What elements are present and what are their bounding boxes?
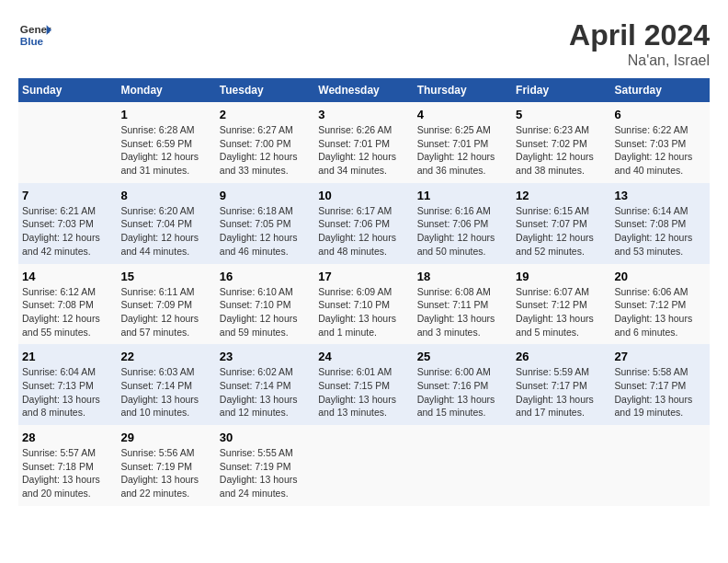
cell-details: Sunrise: 6:21 AM Sunset: 7:03 PM Dayligh… xyxy=(22,204,113,259)
page-title: April 2024 xyxy=(569,18,710,52)
day-number: 15 xyxy=(120,270,211,283)
day-number: 20 xyxy=(615,270,706,283)
calendar-cell: 15Sunrise: 6:11 AM Sunset: 7:09 PM Dayli… xyxy=(117,264,215,345)
day-number: 21 xyxy=(22,350,113,363)
day-number: 24 xyxy=(318,350,409,363)
calendar-cell xyxy=(512,425,610,506)
column-header-wednesday: Wednesday xyxy=(314,78,413,102)
day-number: 26 xyxy=(516,350,607,363)
day-number: 17 xyxy=(318,270,409,283)
calendar-cell: 28Sunrise: 5:57 AM Sunset: 7:18 PM Dayli… xyxy=(18,425,117,506)
column-header-friday: Friday xyxy=(512,78,610,102)
day-number: 10 xyxy=(318,189,409,202)
day-number: 12 xyxy=(516,189,607,202)
calendar-cell: 7Sunrise: 6:21 AM Sunset: 7:03 PM Daylig… xyxy=(18,183,117,264)
cell-details: Sunrise: 6:04 AM Sunset: 7:13 PM Dayligh… xyxy=(22,365,113,419)
cell-details: Sunrise: 5:55 AM Sunset: 7:19 PM Dayligh… xyxy=(220,446,311,500)
day-number: 13 xyxy=(615,189,706,202)
cell-details: Sunrise: 6:26 AM Sunset: 7:01 PM Dayligh… xyxy=(318,123,409,178)
day-number: 14 xyxy=(22,270,113,283)
cell-details: Sunrise: 5:58 AM Sunset: 7:17 PM Dayligh… xyxy=(615,365,706,419)
cell-details: Sunrise: 5:57 AM Sunset: 7:18 PM Dayligh… xyxy=(22,446,113,500)
cell-details: Sunrise: 6:15 AM Sunset: 7:07 PM Dayligh… xyxy=(516,204,607,259)
svg-text:Blue: Blue xyxy=(20,35,44,47)
calendar-cell: 4Sunrise: 6:25 AM Sunset: 7:01 PM Daylig… xyxy=(414,102,512,183)
cell-details: Sunrise: 6:22 AM Sunset: 7:03 PM Dayligh… xyxy=(615,123,706,178)
day-number: 16 xyxy=(220,270,311,283)
calendar-cell xyxy=(18,102,117,183)
calendar-cell xyxy=(414,425,512,506)
cell-details: Sunrise: 6:06 AM Sunset: 7:12 PM Dayligh… xyxy=(615,285,706,339)
calendar-week-row: 14Sunrise: 6:12 AM Sunset: 7:08 PM Dayli… xyxy=(18,264,710,345)
day-number: 8 xyxy=(120,189,211,202)
calendar-cell: 5Sunrise: 6:23 AM Sunset: 7:02 PM Daylig… xyxy=(512,102,610,183)
cell-details: Sunrise: 6:07 AM Sunset: 7:12 PM Dayligh… xyxy=(516,285,607,339)
cell-details: Sunrise: 6:02 AM Sunset: 7:14 PM Dayligh… xyxy=(220,365,311,419)
calendar-cell: 2Sunrise: 6:27 AM Sunset: 7:00 PM Daylig… xyxy=(216,102,314,183)
cell-details: Sunrise: 6:18 AM Sunset: 7:05 PM Dayligh… xyxy=(220,204,311,259)
calendar-header-row: SundayMondayTuesdayWednesdayThursdayFrid… xyxy=(18,78,710,102)
cell-details: Sunrise: 6:03 AM Sunset: 7:14 PM Dayligh… xyxy=(120,365,211,419)
day-number: 29 xyxy=(120,431,211,444)
page-header: General Blue April 2024 Na'an, Israel xyxy=(18,18,710,69)
cell-details: Sunrise: 5:56 AM Sunset: 7:19 PM Dayligh… xyxy=(120,446,211,500)
calendar-cell: 10Sunrise: 6:17 AM Sunset: 7:06 PM Dayli… xyxy=(314,183,413,264)
day-number: 9 xyxy=(220,189,311,202)
cell-details: Sunrise: 6:28 AM Sunset: 6:59 PM Dayligh… xyxy=(120,123,211,178)
calendar-cell: 13Sunrise: 6:14 AM Sunset: 7:08 PM Dayli… xyxy=(611,183,710,264)
day-number: 11 xyxy=(417,189,508,202)
calendar-cell: 25Sunrise: 6:00 AM Sunset: 7:16 PM Dayli… xyxy=(414,344,512,425)
calendar-cell: 30Sunrise: 5:55 AM Sunset: 7:19 PM Dayli… xyxy=(216,425,314,506)
calendar-cell: 18Sunrise: 6:08 AM Sunset: 7:11 PM Dayli… xyxy=(414,264,512,345)
calendar-cell: 27Sunrise: 5:58 AM Sunset: 7:17 PM Dayli… xyxy=(611,344,710,425)
cell-details: Sunrise: 6:10 AM Sunset: 7:10 PM Dayligh… xyxy=(220,285,311,339)
cell-details: Sunrise: 6:17 AM Sunset: 7:06 PM Dayligh… xyxy=(318,204,409,259)
calendar-cell: 1Sunrise: 6:28 AM Sunset: 6:59 PM Daylig… xyxy=(117,102,215,183)
day-number: 4 xyxy=(417,108,508,121)
cell-details: Sunrise: 6:00 AM Sunset: 7:16 PM Dayligh… xyxy=(417,365,508,419)
calendar-cell: 22Sunrise: 6:03 AM Sunset: 7:14 PM Dayli… xyxy=(117,344,215,425)
day-number: 30 xyxy=(220,431,311,444)
calendar-cell: 17Sunrise: 6:09 AM Sunset: 7:10 PM Dayli… xyxy=(314,264,413,345)
cell-details: Sunrise: 6:14 AM Sunset: 7:08 PM Dayligh… xyxy=(615,204,706,259)
logo: General Blue xyxy=(18,18,51,52)
cell-details: Sunrise: 6:20 AM Sunset: 7:04 PM Dayligh… xyxy=(120,204,211,259)
calendar-cell: 3Sunrise: 6:26 AM Sunset: 7:01 PM Daylig… xyxy=(314,102,413,183)
column-header-sunday: Sunday xyxy=(18,78,117,102)
page-subtitle: Na'an, Israel xyxy=(569,52,710,69)
calendar-cell: 16Sunrise: 6:10 AM Sunset: 7:10 PM Dayli… xyxy=(216,264,314,345)
logo-icon: General Blue xyxy=(18,18,51,52)
day-number: 22 xyxy=(120,350,211,363)
cell-details: Sunrise: 6:23 AM Sunset: 7:02 PM Dayligh… xyxy=(516,123,607,178)
calendar-cell xyxy=(314,425,413,506)
calendar-cell: 12Sunrise: 6:15 AM Sunset: 7:07 PM Dayli… xyxy=(512,183,610,264)
title-block: April 2024 Na'an, Israel xyxy=(569,18,710,69)
day-number: 25 xyxy=(417,350,508,363)
cell-details: Sunrise: 6:12 AM Sunset: 7:08 PM Dayligh… xyxy=(22,285,113,339)
column-header-tuesday: Tuesday xyxy=(216,78,314,102)
calendar-cell: 14Sunrise: 6:12 AM Sunset: 7:08 PM Dayli… xyxy=(18,264,117,345)
day-number: 28 xyxy=(22,431,113,444)
day-number: 3 xyxy=(318,108,409,121)
calendar-cell: 21Sunrise: 6:04 AM Sunset: 7:13 PM Dayli… xyxy=(18,344,117,425)
column-header-saturday: Saturday xyxy=(611,78,710,102)
calendar-week-row: 7Sunrise: 6:21 AM Sunset: 7:03 PM Daylig… xyxy=(18,183,710,264)
cell-details: Sunrise: 6:09 AM Sunset: 7:10 PM Dayligh… xyxy=(318,285,409,339)
calendar-table: SundayMondayTuesdayWednesdayThursdayFrid… xyxy=(18,78,710,506)
column-header-monday: Monday xyxy=(117,78,215,102)
calendar-cell: 6Sunrise: 6:22 AM Sunset: 7:03 PM Daylig… xyxy=(611,102,710,183)
day-number: 5 xyxy=(516,108,607,121)
calendar-week-row: 1Sunrise: 6:28 AM Sunset: 6:59 PM Daylig… xyxy=(18,102,710,183)
day-number: 7 xyxy=(22,189,113,202)
calendar-cell: 11Sunrise: 6:16 AM Sunset: 7:06 PM Dayli… xyxy=(414,183,512,264)
calendar-cell: 24Sunrise: 6:01 AM Sunset: 7:15 PM Dayli… xyxy=(314,344,413,425)
calendar-cell: 20Sunrise: 6:06 AM Sunset: 7:12 PM Dayli… xyxy=(611,264,710,345)
cell-details: Sunrise: 6:11 AM Sunset: 7:09 PM Dayligh… xyxy=(120,285,211,339)
cell-details: Sunrise: 6:16 AM Sunset: 7:06 PM Dayligh… xyxy=(417,204,508,259)
calendar-week-row: 21Sunrise: 6:04 AM Sunset: 7:13 PM Dayli… xyxy=(18,344,710,425)
cell-details: Sunrise: 5:59 AM Sunset: 7:17 PM Dayligh… xyxy=(516,365,607,419)
day-number: 2 xyxy=(220,108,311,121)
cell-details: Sunrise: 6:27 AM Sunset: 7:00 PM Dayligh… xyxy=(220,123,311,178)
cell-details: Sunrise: 6:25 AM Sunset: 7:01 PM Dayligh… xyxy=(417,123,508,178)
day-number: 18 xyxy=(417,270,508,283)
